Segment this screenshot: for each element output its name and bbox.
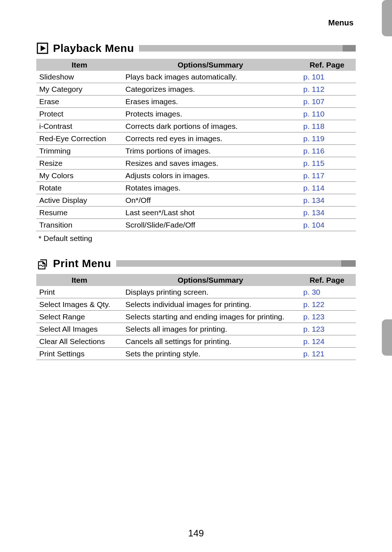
table-row: i-ContrastCorrects dark portions of imag…	[36, 120, 356, 132]
table-row: TransitionScroll/Slide/Fade/Offp. 104	[36, 219, 356, 231]
menu-item-name: Print	[36, 286, 123, 298]
menu-item-summary: Selects individual images for printing.	[123, 298, 298, 311]
menu-item-ref-cell: p. 117	[298, 169, 356, 182]
section-heading: Playback Menu	[36, 42, 356, 54]
menu-item-name: Erase	[36, 95, 123, 108]
ref-page-link[interactable]: p. 110	[303, 110, 324, 118]
ref-page-link[interactable]: p. 112	[303, 85, 324, 93]
menu-item-name: Slideshow	[36, 71, 123, 83]
ref-page-link[interactable]: p. 115	[303, 159, 324, 167]
menu-item-name: Red-Eye Correction	[36, 132, 123, 145]
menu-item-ref-cell: p. 134	[298, 194, 356, 207]
table-row: PrintDisplays printing screen.p. 30	[36, 286, 356, 298]
menu-item-name: Select All Images	[36, 323, 123, 335]
table-row: TrimmingTrims portions of images.p. 116	[36, 145, 356, 157]
table-header-ref: Ref. Page	[298, 59, 356, 71]
menu-item-ref-cell: p. 124	[298, 335, 356, 348]
menu-item-name: Resize	[36, 157, 123, 169]
table-row: Clear All SelectionsCancels all settings…	[36, 335, 356, 348]
ref-page-link[interactable]: p. 134	[303, 208, 324, 217]
menu-item-name: i-Contrast	[36, 120, 123, 132]
menu-item-summary: Scroll/Slide/Fade/Off	[123, 219, 298, 231]
menu-item-ref-cell: p. 101	[298, 71, 356, 83]
menu-item-name: Rotate	[36, 182, 123, 194]
menu-item-name: My Category	[36, 83, 123, 95]
menu-item-ref-cell: p. 107	[298, 95, 356, 108]
menu-item-ref-cell: p. 122	[298, 298, 356, 311]
play-box-icon	[37, 42, 48, 54]
menu-item-name: Select Range	[36, 311, 123, 323]
menu-item-name: Protect	[36, 108, 123, 120]
ref-page-link[interactable]: p. 101	[303, 73, 324, 81]
table-header-item: Item	[36, 59, 123, 71]
page-number: 149	[0, 528, 392, 539]
page-content: Menus Playback MenuItemOptions/SummaryRe…	[36, 18, 356, 360]
ref-page-link[interactable]: p. 121	[303, 349, 324, 358]
menu-item-ref-cell: p. 110	[298, 108, 356, 120]
print-icon	[36, 257, 49, 270]
table-header-item: Item	[36, 274, 123, 286]
table-header-ref: Ref. Page	[298, 274, 356, 286]
table-row: My CategoryCategorizes images.p. 112	[36, 83, 356, 95]
ref-page-link[interactable]: p. 122	[303, 300, 324, 308]
menu-item-summary: Erases images.	[123, 95, 298, 108]
running-head: Menus	[36, 18, 356, 28]
ref-page-link[interactable]: p. 119	[303, 134, 324, 143]
menu-item-ref-cell: p. 30	[298, 286, 356, 298]
menu-item-ref-cell: p. 134	[298, 207, 356, 219]
menu-item-summary: Corrects dark portions of images.	[123, 120, 298, 132]
menu-item-summary: Adjusts colors in images.	[123, 169, 298, 182]
menu-item-name: My Colors	[36, 169, 123, 182]
menu-item-summary: Sets the printing style.	[123, 348, 298, 360]
menu-item-summary: Cancels all settings for printing.	[123, 335, 298, 348]
menu-table: ItemOptions/SummaryRef. PageSlideshowPla…	[36, 59, 356, 231]
menu-item-summary: Categorizes images.	[123, 83, 298, 95]
table-row: Select RangeSelects starting and ending …	[36, 311, 356, 323]
print-icon	[36, 257, 49, 270]
table-row: ResumeLast seen*/Last shotp. 134	[36, 207, 356, 219]
menu-item-name: Active Display	[36, 194, 123, 207]
menu-item-name: Trimming	[36, 145, 123, 157]
menu-item-ref-cell: p. 112	[298, 83, 356, 95]
ref-page-link[interactable]: p. 104	[303, 221, 324, 229]
ref-page-link[interactable]: p. 107	[303, 97, 324, 106]
table-row: Print SettingsSets the printing style.p.…	[36, 348, 356, 360]
section-title: Playback Menu	[53, 42, 134, 54]
section-heading: Print Menu	[36, 257, 356, 270]
table-row: Red-Eye CorrectionCorrects red eyes in i…	[36, 132, 356, 145]
menu-item-ref-cell: p. 118	[298, 120, 356, 132]
ref-page-link[interactable]: p. 123	[303, 325, 324, 333]
ref-page-link[interactable]: p. 117	[303, 171, 324, 180]
table-header-summary: Options/Summary	[123, 59, 298, 71]
side-tab-mid	[382, 319, 392, 356]
menu-item-summary: Trims portions of images.	[123, 145, 298, 157]
menu-item-ref-cell: p. 114	[298, 182, 356, 194]
svg-marker-1	[41, 45, 46, 51]
ref-page-link[interactable]: p. 30	[303, 288, 320, 296]
ref-page-link[interactable]: p. 118	[303, 122, 324, 130]
ref-page-link[interactable]: p. 123	[303, 312, 324, 321]
ref-page-link[interactable]: p. 134	[303, 196, 324, 204]
menu-item-ref-cell: p. 123	[298, 323, 356, 335]
menu-item-ref-cell: p. 121	[298, 348, 356, 360]
menu-item-summary: Resizes and saves images.	[123, 157, 298, 169]
menu-item-summary: Protects images.	[123, 108, 298, 120]
table-row: EraseErases images.p. 107	[36, 95, 356, 108]
ref-page-link[interactable]: p. 124	[303, 337, 324, 345]
menu-item-summary: Plays back images automatically.	[123, 71, 298, 83]
side-tab-top	[382, 0, 392, 36]
menu-item-ref-cell: p. 116	[298, 145, 356, 157]
menu-item-summary: On*/Off	[123, 194, 298, 207]
table-row: Select All ImagesSelects all images for …	[36, 323, 356, 335]
menu-item-ref-cell: p. 115	[298, 157, 356, 169]
menu-item-summary: Rotates images.	[123, 182, 298, 194]
ref-page-link[interactable]: p. 114	[303, 184, 324, 192]
table-row: My ColorsAdjusts colors in images.p. 117	[36, 169, 356, 182]
ref-page-link[interactable]: p. 116	[303, 147, 324, 155]
menu-item-name: Resume	[36, 207, 123, 219]
table-row: RotateRotates images.p. 114	[36, 182, 356, 194]
default-setting-footnote: * Default setting	[36, 231, 356, 243]
table-row: ProtectProtects images.p. 110	[36, 108, 356, 120]
menu-item-summary: Selects starting and ending images for p…	[123, 311, 298, 323]
heading-rule	[139, 45, 356, 52]
